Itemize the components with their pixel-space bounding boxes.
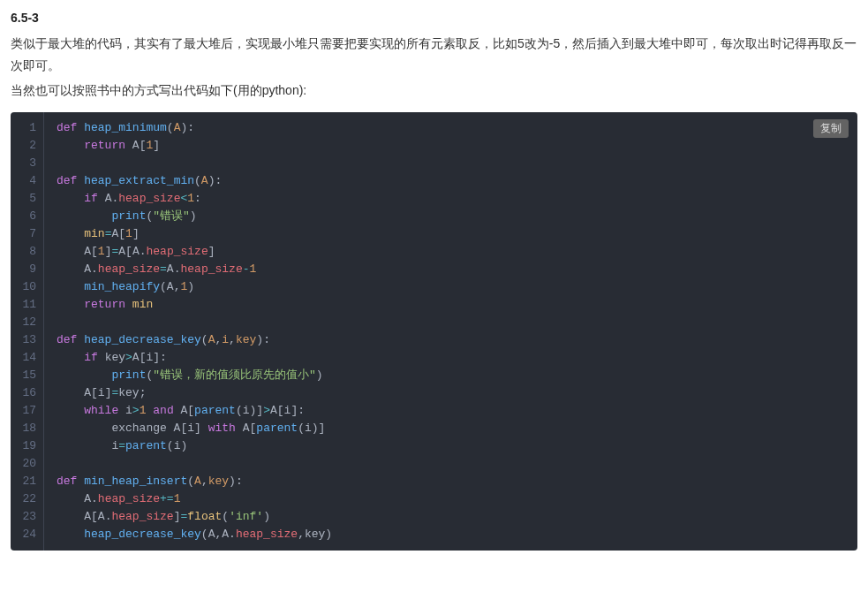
code-line: print("错误")	[44, 208, 857, 225]
line-number: 5	[11, 190, 43, 208]
code-line: exchange A[i] with A[parent(i)]	[44, 420, 857, 437]
code-content: 123456789101112131415161718192021222324 …	[11, 112, 857, 551]
line-number: 14	[11, 349, 43, 367]
code-line: def min_heap_insert(A,key):	[44, 473, 857, 490]
code-line: return A[1]	[44, 137, 857, 155]
code-line: while i>1 and A[parent(i)]>A[i]:	[44, 402, 857, 420]
code-line: def heap_minimum(A):	[44, 119, 857, 137]
line-number: 17	[11, 402, 43, 420]
code-line: if key>A[i]:	[44, 349, 857, 367]
line-number: 10	[11, 278, 43, 296]
code-line: if A.heap_size<1:	[44, 190, 857, 208]
line-number: 6	[11, 208, 43, 225]
line-number: 7	[11, 225, 43, 243]
code-line	[44, 314, 857, 331]
code-line: return min	[44, 296, 857, 314]
code-line: A[A.heap_size]=float('inf')	[44, 508, 857, 526]
code-line: def heap_extract_min(A):	[44, 172, 857, 190]
code-line: A.heap_size+=1	[44, 490, 857, 508]
line-number: 3	[11, 155, 43, 172]
line-number: 12	[11, 314, 43, 331]
paragraph-2: 当然也可以按照书中的方式写出代码如下(用的python):	[11, 80, 857, 102]
line-number: 18	[11, 420, 43, 437]
line-number-gutter: 123456789101112131415161718192021222324	[11, 112, 44, 551]
code-line: min_heapify(A,1)	[44, 278, 857, 296]
line-number: 21	[11, 473, 43, 490]
code-line: print("错误，新的值须比原先的值小")	[44, 367, 857, 384]
line-number: 11	[11, 296, 43, 314]
code-line: A[1]=A[A.heap_size]	[44, 243, 857, 261]
line-number: 19	[11, 437, 43, 455]
code-line: i=parent(i)	[44, 437, 857, 455]
line-number: 22	[11, 490, 43, 508]
line-number: 4	[11, 172, 43, 190]
line-number: 8	[11, 243, 43, 261]
line-number: 13	[11, 331, 43, 349]
code-lines: def heap_minimum(A): return A[1] def hea…	[44, 112, 857, 551]
code-block: 复制 1234567891011121314151617181920212223…	[11, 112, 857, 551]
copy-button[interactable]: 复制	[813, 119, 849, 138]
line-number: 2	[11, 137, 43, 155]
code-line	[44, 155, 857, 172]
code-line: def heap_decrease_key(A,i,key):	[44, 331, 857, 349]
line-number: 23	[11, 508, 43, 526]
code-line: A.heap_size=A.heap_size-1	[44, 261, 857, 278]
paragraph-1: 类似于最大堆的代码，其实有了最大堆后，实现最小堆只需要把要实现的所有元素取反，比…	[11, 33, 857, 77]
line-number: 16	[11, 384, 43, 402]
line-number: 1	[11, 119, 43, 137]
line-number: 15	[11, 367, 43, 384]
line-number: 9	[11, 261, 43, 278]
code-line: A[i]=key;	[44, 384, 857, 402]
code-line: heap_decrease_key(A,A.heap_size,key)	[44, 526, 857, 543]
code-line: min=A[1]	[44, 225, 857, 243]
line-number: 24	[11, 526, 43, 543]
section-heading: 6.5-3	[11, 7, 857, 29]
line-number: 20	[11, 455, 43, 473]
code-line	[44, 455, 857, 473]
